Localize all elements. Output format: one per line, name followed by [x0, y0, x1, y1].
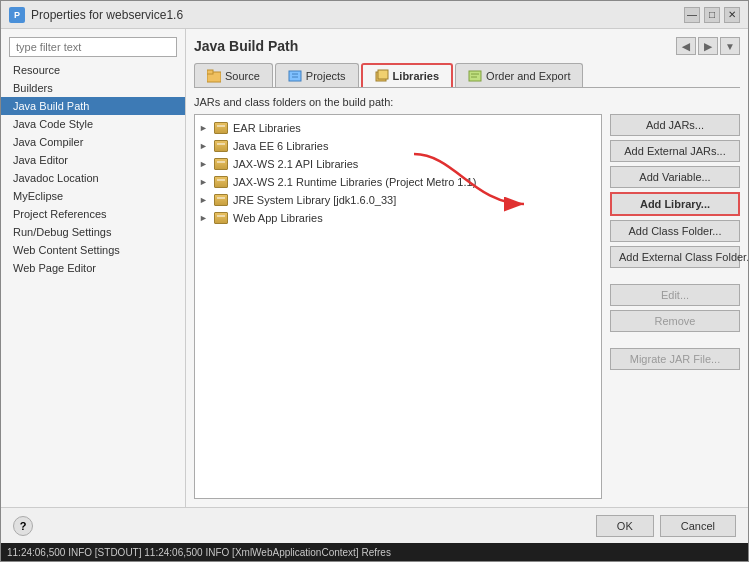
- title-bar: P Properties for webservice1.6 — □ ✕: [1, 1, 748, 29]
- sidebar-item-java-build-path[interactable]: Java Build Path: [1, 97, 185, 115]
- sidebar-item-web-page-editor[interactable]: Web Page Editor: [1, 259, 185, 277]
- footer-right: OK Cancel: [596, 515, 736, 537]
- edit-button[interactable]: Edit...: [610, 284, 740, 306]
- title-controls: — □ ✕: [684, 7, 740, 23]
- order-tab-icon: [468, 69, 482, 83]
- tabs-row: Source Projects Libraries: [194, 63, 740, 88]
- maximize-button[interactable]: □: [704, 7, 720, 23]
- jar-icon: [213, 193, 229, 207]
- jar-icon: [213, 175, 229, 189]
- dropdown-nav-button[interactable]: ▼: [720, 37, 740, 55]
- expand-icon: ►: [199, 141, 211, 151]
- status-bar: 11:24:06,500 INFO [STDOUT] 11:24:06,500 …: [1, 543, 748, 561]
- migrate-jar-button[interactable]: Migrate JAR File...: [610, 348, 740, 370]
- tab-libraries-label: Libraries: [393, 70, 439, 82]
- sidebar-item-java-compiler[interactable]: Java Compiler: [1, 133, 185, 151]
- nav-buttons: ◀ ▶ ▼: [676, 37, 740, 55]
- add-library-button[interactable]: Add Library...: [610, 192, 740, 216]
- list-item[interactable]: ► JAX-WS 2.1 Runtime Libraries (Project …: [195, 173, 601, 191]
- libraries-tab-icon: [375, 69, 389, 83]
- list-item[interactable]: ► JRE System Library [jdk1.6.0_33]: [195, 191, 601, 209]
- tab-projects[interactable]: Projects: [275, 63, 359, 87]
- library-name: JAX-WS 2.1 Runtime Libraries (Project Me…: [233, 176, 476, 188]
- sidebar-item-javadoc-location[interactable]: Javadoc Location: [1, 169, 185, 187]
- footer: ? OK Cancel: [1, 507, 748, 543]
- sidebar-item-resource[interactable]: Resource: [1, 61, 185, 79]
- sidebar-item-java-editor[interactable]: Java Editor: [1, 151, 185, 169]
- expand-icon: ►: [199, 177, 211, 187]
- list-item[interactable]: ► EAR Libraries: [195, 119, 601, 137]
- svg-rect-2: [289, 71, 301, 81]
- library-name: Java EE 6 Libraries: [233, 140, 328, 152]
- svg-rect-6: [378, 70, 388, 79]
- jar-icon: [213, 211, 229, 225]
- footer-left: ?: [13, 516, 33, 536]
- libraries-section: ► EAR Libraries ► Java EE 6 Libraries ► …: [194, 114, 740, 499]
- sidebar-item-web-content-settings[interactable]: Web Content Settings: [1, 241, 185, 259]
- list-item[interactable]: ► Web App Libraries: [195, 209, 601, 227]
- jars-label: JARs and class folders on the build path…: [194, 96, 740, 108]
- remove-button[interactable]: Remove: [610, 310, 740, 332]
- sidebar-item-java-code-style[interactable]: Java Code Style: [1, 115, 185, 133]
- filter-input[interactable]: [9, 37, 177, 57]
- add-variable-button[interactable]: Add Variable...: [610, 166, 740, 188]
- source-tab-icon: [207, 69, 221, 83]
- projects-tab-icon: [288, 69, 302, 83]
- title-bar-left: P Properties for webservice1.6: [9, 7, 183, 23]
- add-jars-button[interactable]: Add JARs...: [610, 114, 740, 136]
- tab-order-export-label: Order and Export: [486, 70, 570, 82]
- ok-button[interactable]: OK: [596, 515, 654, 537]
- content-title-row: Java Build Path ◀ ▶ ▼: [194, 37, 740, 55]
- tab-source[interactable]: Source: [194, 63, 273, 87]
- content-area: Java Build Path ◀ ▶ ▼ Source: [186, 29, 748, 507]
- close-button[interactable]: ✕: [724, 7, 740, 23]
- content-title-text: Java Build Path: [194, 38, 298, 54]
- window-icon: P: [9, 7, 25, 23]
- expand-icon: ►: [199, 213, 211, 223]
- list-item[interactable]: ► JAX-WS 2.1 API Libraries: [195, 155, 601, 173]
- expand-icon: ►: [199, 123, 211, 133]
- library-name: EAR Libraries: [233, 122, 301, 134]
- sidebar-item-myeclipse[interactable]: MyEclipse: [1, 187, 185, 205]
- libraries-list: ► EAR Libraries ► Java EE 6 Libraries ► …: [194, 114, 602, 499]
- tab-source-label: Source: [225, 70, 260, 82]
- button-separator: [610, 272, 740, 280]
- sidebar-item-run-debug-settings[interactable]: Run/Debug Settings: [1, 223, 185, 241]
- button-separator-2: [610, 336, 740, 344]
- library-name: Web App Libraries: [233, 212, 323, 224]
- help-button[interactable]: ?: [13, 516, 33, 536]
- library-name: JAX-WS 2.1 API Libraries: [233, 158, 358, 170]
- add-external-jars-button[interactable]: Add External JARs...: [610, 140, 740, 162]
- add-external-class-folder-button[interactable]: Add External Class Folder...: [610, 246, 740, 268]
- cancel-button[interactable]: Cancel: [660, 515, 736, 537]
- status-text: 11:24:06,500 INFO [STDOUT] 11:24:06,500 …: [7, 547, 391, 558]
- expand-icon: ►: [199, 159, 211, 169]
- forward-nav-button[interactable]: ▶: [698, 37, 718, 55]
- tab-order-export[interactable]: Order and Export: [455, 63, 583, 87]
- tab-projects-label: Projects: [306, 70, 346, 82]
- sidebar: Resource Builders Java Build Path Java C…: [1, 29, 186, 507]
- jar-icon: [213, 157, 229, 171]
- jar-icon: [213, 139, 229, 153]
- tab-libraries[interactable]: Libraries: [361, 63, 453, 87]
- expand-icon: ►: [199, 195, 211, 205]
- list-item[interactable]: ► Java EE 6 Libraries: [195, 137, 601, 155]
- back-nav-button[interactable]: ◀: [676, 37, 696, 55]
- svg-rect-1: [207, 70, 213, 74]
- minimize-button[interactable]: —: [684, 7, 700, 23]
- buttons-panel: Add JARs... Add External JARs... Add Var…: [610, 114, 740, 499]
- sidebar-item-builders[interactable]: Builders: [1, 79, 185, 97]
- library-name: JRE System Library [jdk1.6.0_33]: [233, 194, 396, 206]
- svg-rect-7: [469, 71, 481, 81]
- properties-window: P Properties for webservice1.6 — □ ✕ Res…: [0, 0, 749, 562]
- jar-icon: [213, 121, 229, 135]
- main-layout: Resource Builders Java Build Path Java C…: [1, 29, 748, 507]
- window-title: Properties for webservice1.6: [31, 8, 183, 22]
- add-class-folder-button[interactable]: Add Class Folder...: [610, 220, 740, 242]
- sidebar-item-project-references[interactable]: Project References: [1, 205, 185, 223]
